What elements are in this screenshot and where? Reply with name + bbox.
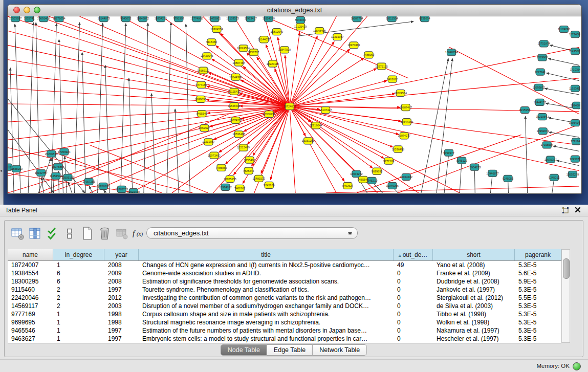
new-table-button[interactable] — [78, 225, 96, 242]
table-cell[interactable]: 1998 — [104, 310, 139, 318]
network-node[interactable]: 9791907 — [173, 16, 184, 22]
table-cell[interactable]: 1 — [53, 310, 104, 318]
network-node[interactable]: 9753707 — [248, 49, 259, 56]
network-node[interactable]: 18536498 — [391, 146, 404, 152]
table-source-dropdown[interactable]: citations_edges.txt — [146, 227, 358, 239]
table-cell[interactable]: 0 — [394, 302, 433, 310]
table-cell[interactable]: 0 — [394, 294, 433, 302]
network-node[interactable]: 9699695 — [372, 168, 382, 174]
table-cell[interactable]: Wolkin et al. (1998) — [433, 318, 515, 326]
table-row[interactable]: 1938455462009Genome-wide association stu… — [8, 269, 561, 277]
column-header-name[interactable]: name — [8, 249, 53, 260]
table-cell[interactable]: 5.3E-5 — [515, 318, 561, 326]
table-cell[interactable]: 0 — [394, 277, 433, 286]
table-cell[interactable]: 5.3E-5 — [515, 335, 561, 343]
network-node[interactable]: 16161255 — [302, 138, 315, 144]
table-cell[interactable]: Nakamura et al. (1997) — [433, 326, 515, 335]
table-cell[interactable]: Corpus callosum shape and size in male p… — [139, 310, 394, 318]
table-cell[interactable]: 18724007 — [8, 261, 53, 269]
table-cell[interactable]: 2 — [53, 286, 104, 294]
network-node[interactable]: 11435822 — [569, 48, 580, 55]
column-header-title[interactable]: title — [139, 249, 394, 260]
table-row[interactable]: 946362711997Embryonic stem cells: a mode… — [8, 335, 561, 343]
table-cell[interactable]: Hescheler et al. (1997) — [433, 335, 515, 343]
network-node[interactable]: 10946877 — [486, 170, 499, 177]
table-cell[interactable]: 1 — [53, 326, 104, 335]
network-node[interactable]: 9465546 — [197, 111, 207, 117]
network-node[interactable]: 13505153 — [61, 174, 74, 181]
table-row[interactable]: 1456911722003Disruption of a novel membe… — [8, 302, 561, 310]
table-cell[interactable]: 1997 — [104, 326, 139, 335]
network-node[interactable]: 13992071 — [536, 128, 549, 135]
table-cell[interactable]: 0 — [394, 286, 433, 294]
network-node[interactable]: 16074277 — [229, 117, 242, 124]
network-node[interactable]: 9245055 — [503, 175, 513, 182]
table-cell[interactable]: Tourette syndrome. Phenomenology and cla… — [139, 286, 394, 294]
network-node[interactable]: 13942757 — [35, 169, 48, 176]
network-node[interactable]: 9115460 — [206, 39, 217, 46]
network-node[interactable]: 15751874 — [537, 40, 550, 47]
column-header-short[interactable]: short — [433, 249, 515, 260]
network-node[interactable]: 12975155 — [224, 176, 236, 182]
table-cell[interactable]: 5.3E-5 — [515, 310, 561, 318]
table-cell[interactable]: 9777169 — [8, 310, 53, 318]
network-node[interactable]: 9465546 — [358, 176, 368, 183]
table-cell[interactable]: 5.3E-5 — [515, 326, 561, 335]
network-node[interactable]: 9699695 — [195, 96, 206, 102]
table-cell[interactable]: 9463627 — [8, 335, 53, 343]
network-node[interactable]: 12125439 — [228, 88, 241, 95]
network-node[interactable]: 10807487 — [232, 59, 245, 66]
panel-splitter[interactable]: ◂ — [0, 0, 4, 205]
network-node[interactable]: 11675337 — [545, 156, 557, 163]
network-node[interactable]: 9329968 — [537, 54, 548, 61]
network-node[interactable]: 20691406 — [37, 16, 50, 22]
network-node[interactable]: 16210643 — [536, 114, 549, 120]
table-cell[interactable]: Structural magnetic resonance image aver… — [139, 318, 394, 326]
network-node[interactable]: 12481533 — [252, 175, 265, 182]
table-cell[interactable]: Changes of HCN gene expression and I(f) … — [139, 261, 394, 269]
table-cell[interactable]: 19384554 — [8, 269, 53, 277]
network-node[interactable]: 11435801 — [208, 16, 221, 22]
network-node[interactable]: 9245166 — [264, 182, 274, 188]
show-columns-button[interactable] — [26, 225, 43, 242]
network-canvas[interactable]: 1055328710557412069140615276054161440739… — [8, 16, 580, 193]
network-node[interactable]: 10807487 — [400, 104, 412, 111]
clear-selection-button[interactable] — [61, 225, 78, 242]
network-node[interactable]: 17957255 — [82, 178, 95, 185]
network-node[interactable]: 13644366 — [401, 119, 413, 125]
column-header-year[interactable]: year — [104, 249, 139, 260]
table-row[interactable]: 969969511998Structural magnetic resonanc… — [8, 318, 561, 326]
close-panel-icon[interactable] — [574, 206, 581, 213]
network-node[interactable]: 16648794 — [445, 49, 458, 56]
table-row[interactable]: 1830029562008Estimation of significance … — [8, 277, 561, 286]
table-cell[interactable]: 5.3E-5 — [515, 286, 561, 294]
table-cell[interactable]: 22420046 — [8, 294, 53, 302]
network-node[interactable]: 14569117 — [197, 67, 209, 74]
table-row[interactable]: 2242004622012Investigating the contribut… — [8, 294, 561, 302]
network-node[interactable]: 15812040 — [271, 29, 284, 35]
network-node[interactable]: 16958107 — [97, 183, 110, 189]
network-node[interactable]: 12216044 — [310, 122, 322, 129]
column-header-pagerank[interactable]: pagerank — [515, 249, 561, 260]
network-node[interactable]: 9791944 — [571, 138, 580, 145]
network-node[interactable]: 9227341 — [535, 69, 546, 75]
table-cell[interactable]: Estimation of significance thresholds fo… — [139, 277, 394, 286]
network-node[interactable]: 7462662 — [234, 185, 245, 191]
table-cell[interactable]: 5.5E-5 — [515, 294, 561, 302]
network-node[interactable]: 15847020 — [278, 47, 291, 53]
network-node[interactable]: 7525244 — [243, 167, 254, 174]
network-node[interactable]: 17103544 — [570, 66, 580, 73]
table-cell[interactable]: de Silva et al. (2003) — [433, 302, 515, 310]
network-node[interactable]: 11548408 — [228, 102, 241, 109]
table-row[interactable]: 946554611997Estimation of the future num… — [8, 326, 561, 335]
network-node[interactable]: 8215958 — [519, 107, 530, 114]
network-node[interactable]: 16954233 — [468, 164, 481, 170]
table-cell[interactable]: 0 — [394, 318, 433, 326]
table-cell[interactable]: 2008 — [104, 277, 139, 286]
table-cell[interactable]: 9465546 — [8, 326, 53, 335]
network-node[interactable]: 10553287 — [9, 16, 22, 22]
network-node[interactable]: 12975155 — [375, 63, 388, 70]
network-node[interactable]: 18111304 — [386, 16, 398, 22]
network-node[interactable]: 12215439 — [237, 144, 250, 151]
tab-network-table[interactable]: Network Table — [313, 344, 367, 356]
